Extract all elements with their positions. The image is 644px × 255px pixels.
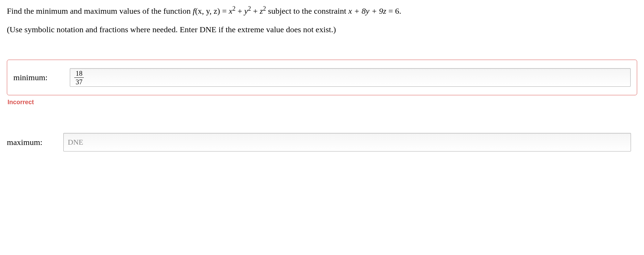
sup-2c: 2 [263, 5, 266, 12]
maximum-answer-box: maximum: DNE [7, 125, 637, 160]
sup-2a: 2 [232, 5, 235, 12]
maximum-placeholder: DNE [68, 138, 83, 147]
constraint-eq: = 6. [386, 7, 401, 15]
fraction-value: 18 37 [74, 70, 84, 85]
maximum-label: maximum: [7, 138, 53, 147]
plus1: + [235, 7, 244, 15]
subject: subject to the constraint [266, 7, 348, 15]
expr-x: x [229, 7, 233, 15]
constraint-lhs: x + 8y + 9z [348, 7, 386, 15]
func-vars: (x, y, z) [195, 7, 220, 15]
minimum-label: minimum: [13, 73, 60, 82]
expr-y: y [244, 7, 248, 15]
plus2: + [251, 7, 260, 15]
expr-z: z [260, 7, 263, 15]
incorrect-feedback: Incorrect [8, 99, 637, 106]
instruction-text: (Use symbolic notation and fractions whe… [7, 23, 637, 36]
func-name: f [193, 7, 195, 15]
minimum-answer-box: minimum: 18 37 [7, 60, 637, 95]
fraction-numerator: 18 [74, 70, 84, 78]
question-prefix: Find the minimum and maximum values of t… [7, 7, 193, 15]
equals: = [220, 7, 229, 15]
question-text: Find the minimum and maximum values of t… [7, 4, 637, 17]
fraction-denominator: 37 [74, 78, 84, 85]
maximum-input[interactable]: DNE [63, 133, 631, 151]
minimum-input[interactable]: 18 37 [70, 68, 631, 87]
